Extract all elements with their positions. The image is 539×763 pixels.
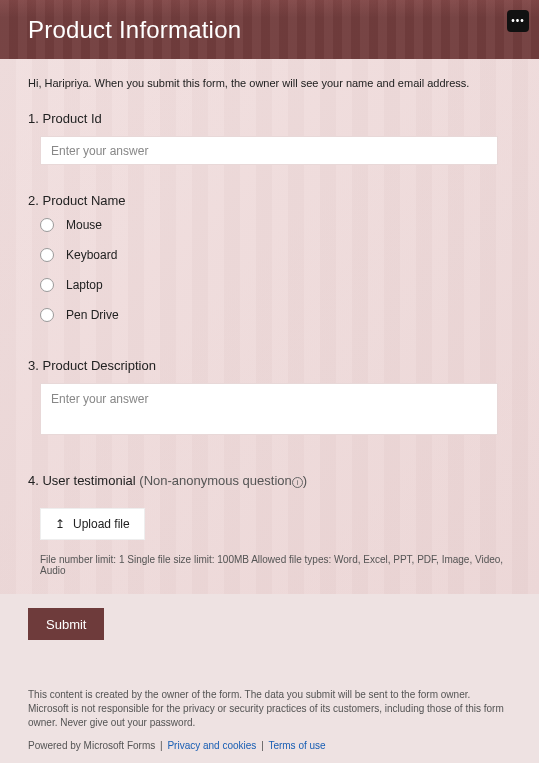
- powered-prefix: Powered by Microsoft Forms: [28, 740, 158, 751]
- question-number: 3.: [28, 358, 39, 373]
- question-title: 3. Product Description: [28, 358, 511, 373]
- question-number: 1.: [28, 111, 39, 126]
- question-product-description: 3. Product Description: [28, 358, 511, 439]
- options-group: Mouse Keyboard Laptop Pen Drive: [40, 218, 511, 322]
- info-icon[interactable]: i: [292, 477, 303, 488]
- question-label: Product Id: [42, 111, 101, 126]
- submit-button[interactable]: Submit: [28, 608, 104, 640]
- option-laptop[interactable]: Laptop: [40, 278, 511, 292]
- radio-icon: [40, 308, 54, 322]
- terms-link[interactable]: Terms of use: [268, 740, 325, 751]
- option-label: Laptop: [66, 278, 103, 292]
- question-title: 4. User testimonial (Non-anonymous quest…: [28, 473, 511, 488]
- question-user-testimonial: 4. User testimonial (Non-anonymous quest…: [28, 473, 511, 576]
- more-actions-button[interactable]: •••: [507, 10, 529, 32]
- product-id-input[interactable]: [40, 136, 498, 165]
- disclaimer-text: This content is created by the owner of …: [28, 688, 511, 730]
- option-label: Pen Drive: [66, 308, 119, 322]
- file-upload-note: File number limit: 1 Single file size li…: [40, 554, 511, 576]
- product-description-input[interactable]: [40, 383, 498, 435]
- question-hint: (Non-anonymous question: [139, 473, 291, 488]
- question-label: Product Name: [42, 193, 125, 208]
- question-label: Product Description: [42, 358, 155, 373]
- question-product-name: 2. Product Name Mouse Keyboard Laptop Pe…: [28, 193, 511, 322]
- option-keyboard[interactable]: Keyboard: [40, 248, 511, 262]
- question-title: 2. Product Name: [28, 193, 511, 208]
- option-mouse[interactable]: Mouse: [40, 218, 511, 232]
- question-number: 2.: [28, 193, 39, 208]
- radio-icon: [40, 278, 54, 292]
- option-label: Keyboard: [66, 248, 117, 262]
- radio-icon: [40, 218, 54, 232]
- upload-file-button[interactable]: ↥ Upload file: [40, 508, 145, 540]
- page-title: Product Information: [28, 16, 241, 44]
- upload-icon: ↥: [55, 517, 65, 531]
- ellipsis-icon: •••: [511, 16, 525, 26]
- intro-text: Hi, Haripriya. When you submit this form…: [28, 77, 511, 89]
- form-body: Hi, Haripriya. When you submit this form…: [0, 59, 539, 594]
- question-product-id: 1. Product Id: [28, 111, 511, 165]
- option-label: Mouse: [66, 218, 102, 232]
- question-label: User testimonial: [42, 473, 135, 488]
- form-header: Product Information •••: [0, 0, 539, 59]
- question-number: 4.: [28, 473, 39, 488]
- hint-close: ): [303, 473, 307, 488]
- option-pendrive[interactable]: Pen Drive: [40, 308, 511, 322]
- upload-label: Upload file: [73, 517, 130, 531]
- powered-by: Powered by Microsoft Forms | Privacy and…: [28, 740, 511, 751]
- radio-icon: [40, 248, 54, 262]
- privacy-link[interactable]: Privacy and cookies: [167, 740, 256, 751]
- question-title: 1. Product Id: [28, 111, 511, 126]
- form-footer: Submit This content is created by the ow…: [0, 594, 539, 763]
